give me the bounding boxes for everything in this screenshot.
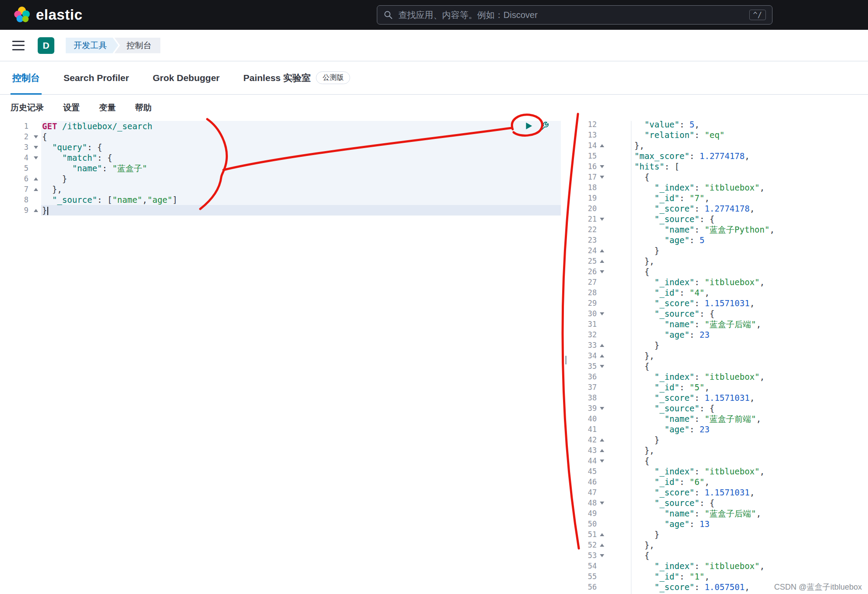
search-input[interactable] bbox=[397, 10, 749, 21]
send-request-button[interactable] bbox=[524, 121, 534, 131]
fold-toggle-icon[interactable] bbox=[600, 249, 604, 252]
response-line: 32 "age": 23 bbox=[579, 329, 868, 340]
code-line: "age": 5 bbox=[607, 235, 868, 245]
fold-toggle-icon[interactable] bbox=[34, 146, 38, 149]
code-token: }, bbox=[614, 446, 655, 455]
global-search[interactable]: ^/ bbox=[377, 5, 772, 25]
code-line: }, bbox=[607, 445, 868, 456]
code-token: , bbox=[760, 561, 765, 571]
line-number: 27 bbox=[579, 277, 597, 287]
code-token: , bbox=[705, 193, 709, 203]
fold-toggle-icon[interactable] bbox=[600, 449, 604, 452]
fold-toggle-icon[interactable] bbox=[600, 165, 604, 168]
fold-toggle-icon[interactable] bbox=[600, 260, 604, 263]
tab-console[interactable]: 控制台 bbox=[7, 61, 45, 94]
fold-toggle-icon[interactable] bbox=[600, 270, 604, 273]
code-token: , bbox=[750, 204, 755, 213]
code-line: "name": "蓝盒子后端", bbox=[607, 319, 868, 329]
response-line: 47 "_score": 1.1571031, bbox=[579, 487, 868, 498]
response-viewer[interactable]: 12 "value": 5,13 "relation": "eq"14 },15… bbox=[579, 121, 868, 594]
fold-toggle-icon[interactable] bbox=[34, 177, 38, 180]
fold-toggle-icon[interactable] bbox=[600, 312, 604, 315]
code-token: "_score" bbox=[655, 393, 695, 403]
fold-slot bbox=[597, 456, 607, 466]
fold-toggle-icon[interactable] bbox=[600, 176, 604, 179]
code-token: "_score" bbox=[655, 488, 695, 497]
request-editor[interactable]: 1GET /itbluebox/_search2{3 "query": {4 "… bbox=[0, 121, 561, 594]
code-token: , bbox=[694, 121, 699, 129]
fold-toggle-icon[interactable] bbox=[600, 218, 604, 221]
breadcrumb-console: 控制台 bbox=[114, 38, 160, 53]
fold-slot bbox=[597, 519, 607, 529]
fold-toggle-icon[interactable] bbox=[600, 344, 604, 347]
fold-slot bbox=[597, 592, 607, 594]
code-line: }, bbox=[607, 540, 868, 550]
console-menu-help[interactable]: 帮助 bbox=[135, 102, 152, 113]
line-number: 47 bbox=[579, 487, 597, 498]
code-token: "itbluebox" bbox=[705, 183, 760, 192]
code-token: : bbox=[694, 225, 705, 234]
fold-toggle-icon[interactable] bbox=[34, 156, 38, 159]
code-line: "_source": { bbox=[607, 403, 868, 414]
code-token: : bbox=[102, 163, 112, 173]
code-token: "5" bbox=[690, 382, 705, 392]
fold-toggle-icon[interactable] bbox=[600, 460, 604, 463]
code-token: : [ bbox=[97, 195, 112, 205]
code-line: { bbox=[607, 456, 868, 466]
code-token: "query" bbox=[52, 142, 87, 152]
fold-toggle-icon[interactable] bbox=[34, 209, 38, 212]
tab-label: Search Profiler bbox=[64, 73, 129, 83]
console-menu: 历史记录设置变量帮助 bbox=[0, 95, 868, 121]
fold-toggle-icon[interactable] bbox=[34, 135, 38, 138]
wrench-icon[interactable] bbox=[539, 121, 549, 131]
console-menu-variables[interactable]: 变量 bbox=[99, 102, 116, 113]
code-line: "_id": "7", bbox=[607, 193, 868, 203]
response-line: 14 }, bbox=[579, 140, 868, 151]
elastic-logo[interactable]: elastic bbox=[13, 6, 82, 24]
code-line: "_index": "itbluebox", bbox=[607, 371, 868, 382]
code-token bbox=[614, 130, 645, 140]
fold-toggle-icon[interactable] bbox=[600, 354, 604, 357]
fold-slot bbox=[597, 508, 607, 519]
fold-slot bbox=[597, 329, 607, 340]
tab-label: Grok Debugger bbox=[152, 73, 220, 83]
menu-icon[interactable] bbox=[12, 41, 25, 50]
code-token: 1.2774178 bbox=[700, 151, 745, 161]
tab-search-profiler[interactable]: Search Profiler bbox=[58, 61, 134, 94]
fold-toggle-icon[interactable] bbox=[600, 144, 604, 147]
fold-slot bbox=[597, 371, 607, 382]
fold-slot bbox=[597, 214, 607, 224]
code-line: "match": { bbox=[41, 152, 561, 163]
response-line: 46 "_id": "6", bbox=[579, 477, 868, 487]
deployment-badge[interactable]: D bbox=[38, 37, 54, 54]
breadcrumb-dev-tools[interactable]: 开发工具 bbox=[66, 38, 118, 53]
response-line: 19 "_id": "7", bbox=[579, 193, 868, 203]
line-number: 22 bbox=[579, 224, 597, 235]
tab-painless-lab[interactable]: Painless 实验室公测版 bbox=[238, 61, 355, 94]
console-menu-history[interactable]: 历史记录 bbox=[11, 102, 44, 113]
fold-toggle-icon[interactable] bbox=[600, 502, 604, 505]
fold-toggle-icon[interactable] bbox=[34, 188, 38, 191]
fold-slot bbox=[31, 194, 41, 205]
code-token: "_source" bbox=[52, 195, 97, 205]
pane-splitter-handle[interactable] bbox=[563, 356, 567, 364]
brand-name: elastic bbox=[36, 7, 82, 23]
code-token: { bbox=[614, 267, 649, 276]
code-token: , bbox=[769, 225, 774, 234]
code-token: : bbox=[690, 519, 700, 529]
console-menu-settings[interactable]: 设置 bbox=[63, 102, 80, 113]
response-line: 25 }, bbox=[579, 256, 868, 266]
fold-slot bbox=[597, 571, 607, 582]
code-token: : bbox=[680, 121, 690, 129]
code-line: "_source": { bbox=[607, 498, 868, 508]
fold-slot bbox=[31, 184, 41, 194]
fold-toggle-icon[interactable] bbox=[600, 544, 604, 547]
code-token: "max_score" bbox=[634, 151, 690, 161]
fold-toggle-icon[interactable] bbox=[600, 554, 604, 557]
tab-grok-debugger[interactable]: Grok Debugger bbox=[147, 61, 225, 94]
fold-toggle-icon[interactable] bbox=[600, 407, 604, 410]
code-token: , bbox=[705, 477, 709, 487]
fold-toggle-icon[interactable] bbox=[600, 533, 604, 536]
fold-toggle-icon[interactable] bbox=[600, 365, 604, 368]
fold-toggle-icon[interactable] bbox=[600, 438, 604, 442]
